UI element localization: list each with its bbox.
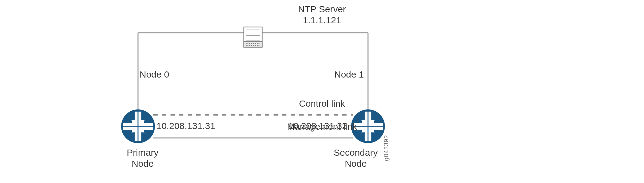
figure-id: g042392: [383, 135, 390, 161]
ntp-server-icon: [244, 27, 262, 47]
ntp-server-title: NTP Server: [298, 4, 346, 15]
svg-rect-10: [257, 43, 258, 44]
control-link-label: Control link: [299, 98, 345, 109]
secondary-node-role: Secondary Node: [331, 147, 380, 169]
svg-rect-6: [249, 43, 250, 44]
svg-rect-11: [259, 43, 259, 44]
svg-rect-18: [257, 45, 258, 46]
svg-rect-15: [251, 45, 252, 46]
svg-rect-8: [253, 43, 254, 44]
svg-rect-2: [246, 35, 260, 40]
secondary-role-line2: Node: [345, 158, 367, 169]
svg-rect-5: [247, 43, 248, 44]
svg-rect-3: [244, 42, 262, 47]
svg-rect-14: [249, 45, 250, 46]
svg-rect-7: [251, 43, 252, 44]
ntp-server-ip: 1.1.1.121: [303, 15, 341, 26]
svg-rect-17: [255, 45, 256, 46]
node1-mgmt-ip: 10.208.131.32: [288, 120, 347, 132]
primary-node-role: Primary Node: [124, 147, 161, 169]
node0-mgmt-ip: 10.208.131.31: [156, 120, 215, 132]
svg-rect-12: [246, 45, 247, 46]
primary-role-line2: Node: [132, 158, 154, 169]
svg-rect-19: [259, 45, 259, 46]
svg-rect-13: [247, 45, 248, 46]
svg-rect-1: [246, 29, 260, 34]
svg-rect-9: [255, 43, 256, 44]
svg-rect-16: [253, 45, 254, 46]
primary-role-line1: Primary: [127, 147, 158, 158]
network-topology-diagram: NTP Server 1.1.1.121 Node 0 Node 1 Contr…: [0, 0, 644, 183]
primary-node-router-icon: [121, 109, 155, 143]
node0-label: Node 0: [140, 69, 169, 80]
secondary-role-line1: Secondary: [334, 147, 378, 158]
node1-label: Node 1: [334, 69, 364, 80]
svg-rect-4: [246, 43, 247, 44]
diagram-svg: [0, 0, 644, 183]
